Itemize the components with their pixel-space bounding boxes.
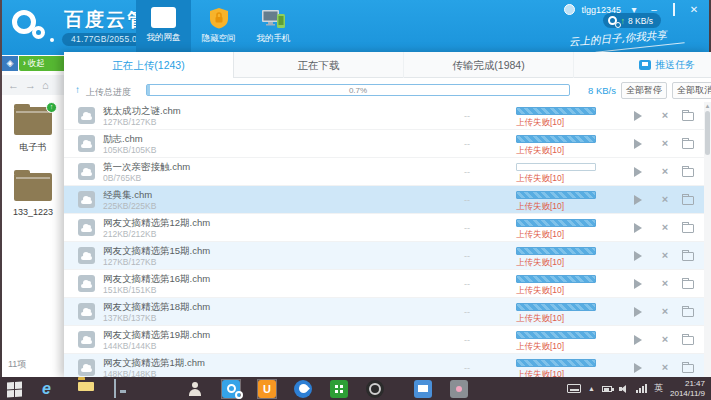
cancel-upload-button[interactable]: ×	[658, 334, 672, 346]
language-indicator[interactable]: 英	[654, 382, 663, 395]
file-type-icon	[78, 303, 95, 320]
file-row[interactable]: 经典集.chm 225KB/225KB -- 上传失败[10] ×	[64, 186, 704, 214]
cancel-upload-button[interactable]: ×	[658, 138, 672, 150]
scrollbar-thumb[interactable]	[705, 111, 710, 155]
resume-upload-button[interactable]	[632, 194, 646, 206]
tab-completed[interactable]: 传输完成(1984)	[404, 52, 574, 78]
touch-keyboard-icon[interactable]	[567, 384, 581, 393]
internet-explorer-icon[interactable]: e	[42, 380, 60, 398]
cancel-upload-button[interactable]: ×	[658, 222, 672, 234]
scroll-up-icon[interactable]: ▲	[704, 102, 711, 110]
upload-status: 上传失败[10]	[516, 173, 564, 185]
open-folder-button[interactable]	[682, 110, 696, 122]
file-row[interactable]: 第一次亲密接触.chm 0B/765KB -- 上传失败[10] ×	[64, 158, 704, 186]
resume-upload-button[interactable]	[632, 250, 646, 262]
bg-app-icon[interactable]: ◈	[2, 56, 18, 71]
resume-upload-button[interactable]	[632, 306, 646, 318]
audio-tool-app-icon[interactable]	[450, 380, 468, 398]
display-app-icon[interactable]	[114, 380, 132, 398]
battery-icon[interactable]	[602, 386, 612, 392]
resume-upload-button[interactable]	[632, 138, 646, 150]
resume-upload-button[interactable]	[632, 278, 646, 290]
media-pinwheel-icon[interactable]	[150, 380, 168, 398]
upload-arrow-icon: ↑	[75, 84, 80, 95]
desktop-tool-app-icon[interactable]	[414, 380, 432, 398]
file-row[interactable]: 网友文摘精选第1期.chm 148KB/148KB -- 上传失败[10] ×	[64, 354, 704, 377]
utility-ring-app-icon[interactable]	[366, 380, 384, 398]
open-folder-button[interactable]	[682, 306, 696, 318]
cancel-upload-button[interactable]: ×	[658, 250, 672, 262]
open-folder-button[interactable]	[682, 334, 696, 346]
file-row[interactable]: 犹太成功之谜.chm 127KB/127KB -- 上传失败[10] ×	[64, 102, 704, 130]
clock[interactable]: 21:47 2014/11/9	[670, 379, 705, 398]
scrollbar[interactable]: ▲	[704, 102, 711, 377]
banner-collapse-button[interactable]: ›收起	[19, 56, 65, 71]
upload-speed-badge: ↑ 8 KB/s	[603, 13, 661, 28]
cancel-upload-button[interactable]: ×	[658, 110, 672, 122]
file-row[interactable]: 网友文摘精选第16期.chm 151KB/151KB -- 上传失败[10] ×	[64, 270, 704, 298]
nav-tab-my-drive[interactable]: 我的网盘	[136, 0, 191, 55]
push-task-button[interactable]: 推送任务	[639, 52, 695, 78]
folder-ebooks[interactable]: ↑	[14, 107, 52, 135]
pause-all-button[interactable]: 全部暂停	[621, 82, 667, 99]
restore-button[interactable]	[667, 4, 681, 15]
tab-downloading[interactable]: 正在下载	[234, 52, 404, 78]
file-row[interactable]: 网友文摘精选第19期.chm 144KB/144KB -- 上传失败[10] ×	[64, 326, 704, 354]
forward-button[interactable]: →	[25, 79, 36, 91]
folder-label[interactable]: 电子书	[4, 141, 62, 154]
open-folder-button[interactable]	[682, 194, 696, 206]
upload-status: 上传失败[10]	[516, 201, 564, 213]
open-folder-button[interactable]	[682, 362, 696, 374]
file-progress-bar	[516, 359, 596, 367]
green-suite-app-icon[interactable]	[330, 380, 348, 398]
file-type-icon	[78, 107, 95, 124]
file-size: 127KB/127KB	[103, 257, 156, 267]
cancel-all-button[interactable]: 全部取消	[672, 82, 711, 99]
system-tray: ▲ 英 21:47 2014/11/9	[567, 379, 711, 398]
file-speed: --	[464, 167, 470, 177]
open-folder-button[interactable]	[682, 250, 696, 262]
upload-status: 上传失败[10]	[516, 341, 564, 353]
file-row[interactable]: 网友文摘精选第12期.chm 212KB/212KB -- 上传失败[10] ×	[64, 214, 704, 242]
resume-upload-button[interactable]	[632, 110, 646, 122]
file-row[interactable]: 网友文摘精选第15期.chm 127KB/127KB -- 上传失败[10] ×	[64, 242, 704, 270]
start-button[interactable]	[6, 379, 24, 398]
file-explorer-icon[interactable]	[78, 380, 96, 398]
thunder-icon[interactable]	[294, 380, 312, 398]
resume-upload-button[interactable]	[632, 334, 646, 346]
resume-upload-button[interactable]	[632, 166, 646, 178]
tray-expand-icon[interactable]: ▲	[588, 385, 595, 392]
file-progress-bar	[516, 219, 596, 227]
nav-tab-my-phone[interactable]: 我的手机	[246, 0, 301, 55]
back-button[interactable]: ←	[8, 79, 19, 91]
close-button[interactable]: ✕	[687, 4, 701, 15]
resume-upload-button[interactable]	[632, 222, 646, 234]
upload-status: 上传失败[10]	[516, 313, 564, 325]
cancel-upload-button[interactable]: ×	[658, 278, 672, 290]
baidu-cloud-taskbar-icon[interactable]	[222, 380, 240, 398]
folder-133-1223[interactable]	[14, 173, 52, 201]
total-speed: 8 KB/s	[578, 85, 616, 96]
cancel-upload-button[interactable]: ×	[658, 166, 672, 178]
file-progress-bar	[516, 163, 596, 171]
speaker-icon[interactable]	[619, 384, 629, 393]
nav-tab-hidden-space[interactable]: 隐藏空间	[191, 0, 246, 55]
tab-uploading[interactable]: 正在上传(1243)	[64, 52, 234, 78]
cancel-upload-button[interactable]: ×	[658, 306, 672, 318]
open-folder-button[interactable]	[682, 166, 696, 178]
upload-status: 上传失败[10]	[516, 285, 564, 297]
cancel-upload-button[interactable]: ×	[658, 362, 672, 374]
cancel-upload-button[interactable]: ×	[658, 194, 672, 206]
file-row[interactable]: 网友文摘精选第18期.chm 137KB/137KB -- 上传失败[10] ×	[64, 298, 704, 326]
open-folder-button[interactable]	[682, 278, 696, 290]
network-signal-icon[interactable]	[636, 384, 647, 393]
contacts-app-icon[interactable]	[186, 380, 204, 398]
file-row[interactable]: 励志.chm 105KB/105KB -- 上传失败[10] ×	[64, 130, 704, 158]
folder-label[interactable]: 133_1223	[4, 207, 62, 217]
resume-upload-button[interactable]	[632, 362, 646, 374]
uc-browser-icon[interactable]: U	[258, 380, 276, 398]
open-folder-button[interactable]	[682, 138, 696, 150]
open-folder-button[interactable]	[682, 222, 696, 234]
home-button[interactable]: ⌂	[42, 79, 49, 91]
user-avatar[interactable]	[564, 4, 575, 15]
